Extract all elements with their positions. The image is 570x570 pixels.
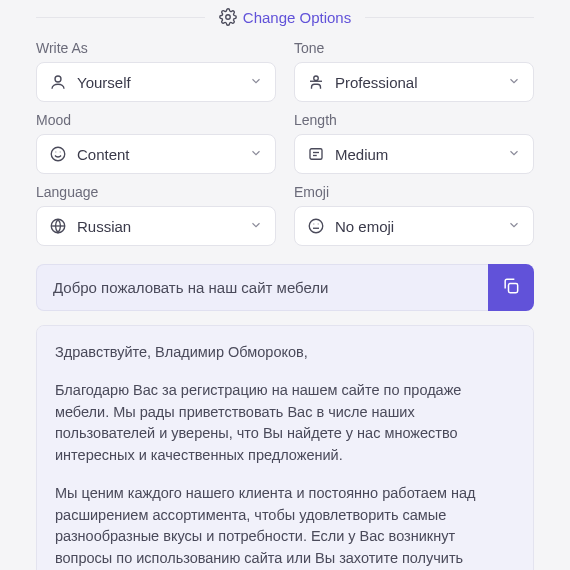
select-value: Yourself xyxy=(77,74,131,91)
message-body[interactable]: Здравствуйте, Владимир Обмороков, Благод… xyxy=(36,325,534,570)
chevron-down-icon xyxy=(507,218,521,235)
profile-icon xyxy=(49,73,67,91)
select-write-as[interactable]: Yourself xyxy=(36,62,276,102)
svg-rect-15 xyxy=(509,284,518,293)
select-value: No emoji xyxy=(335,218,394,235)
label-tone: Tone xyxy=(294,40,534,56)
copy-button[interactable] xyxy=(488,264,534,311)
select-value: Professional xyxy=(335,74,418,91)
svg-point-0 xyxy=(226,15,231,20)
body-paragraph: Благодарю Вас за регистрацию на нашем са… xyxy=(55,380,515,467)
select-tone[interactable]: Professional xyxy=(294,62,534,102)
field-write-as: Write As Yourself xyxy=(36,40,276,102)
body-greeting: Здравствуйте, Владимир Обмороков, xyxy=(55,342,515,364)
svg-point-1 xyxy=(55,76,61,82)
label-emoji: Emoji xyxy=(294,184,534,200)
copy-icon xyxy=(501,276,521,299)
select-language[interactable]: Russian xyxy=(36,206,276,246)
select-mood[interactable]: Content xyxy=(36,134,276,174)
svg-point-11 xyxy=(309,219,323,233)
select-length[interactable]: Medium xyxy=(294,134,534,174)
subject-row: Добро пожаловать на наш сайт мебели xyxy=(36,264,534,311)
field-length: Length Medium xyxy=(294,112,534,174)
label-mood: Mood xyxy=(36,112,276,128)
field-tone: Tone Professional xyxy=(294,40,534,102)
chevron-down-icon xyxy=(249,74,263,91)
field-language: Language Russian xyxy=(36,184,276,246)
select-value: Content xyxy=(77,146,130,163)
chevron-down-icon xyxy=(249,218,263,235)
no-emoji-icon xyxy=(307,217,325,235)
options-header-label: Change Options xyxy=(243,9,351,26)
options-header[interactable]: Change Options xyxy=(36,0,534,40)
globe-icon xyxy=(49,217,67,235)
svg-point-3 xyxy=(51,147,65,161)
label-length: Length xyxy=(294,112,534,128)
select-emoji[interactable]: No emoji xyxy=(294,206,534,246)
chevron-down-icon xyxy=(507,146,521,163)
field-mood: Mood Content xyxy=(36,112,276,174)
svg-point-2 xyxy=(314,76,319,81)
label-language: Language xyxy=(36,184,276,200)
chevron-down-icon xyxy=(507,74,521,91)
smile-icon xyxy=(49,145,67,163)
select-value: Medium xyxy=(335,146,388,163)
field-emoji: Emoji No emoji xyxy=(294,184,534,246)
lines-icon xyxy=(307,145,325,163)
select-value: Russian xyxy=(77,218,131,235)
subject-field[interactable]: Добро пожаловать на наш сайт мебели xyxy=(36,264,488,311)
chevron-down-icon xyxy=(249,146,263,163)
briefcase-user-icon xyxy=(307,73,325,91)
body-paragraph: Мы ценим каждого нашего клиента и постоя… xyxy=(55,483,515,570)
gear-icon xyxy=(219,8,237,26)
label-write-as: Write As xyxy=(36,40,276,56)
svg-rect-6 xyxy=(310,149,322,160)
